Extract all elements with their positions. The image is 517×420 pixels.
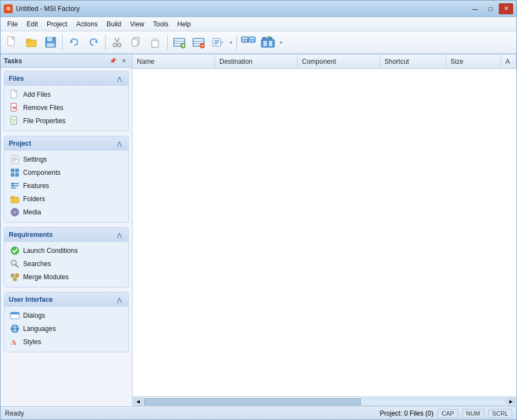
app-icon: ⚙	[4, 4, 13, 13]
svg-line-73	[16, 265, 19, 268]
section-ui-collapse[interactable]: ⋀	[115, 295, 124, 304]
scroll-thumb[interactable]	[144, 399, 361, 405]
svg-rect-5	[47, 37, 52, 41]
scroll-left-button[interactable]: ◀	[134, 398, 142, 406]
remove-row-button[interactable]	[189, 33, 208, 52]
column-shortcut: Shortcut	[380, 54, 446, 68]
window-controls: — □ ✕	[468, 3, 513, 14]
languages-label: Languages	[23, 325, 56, 333]
install-view-button[interactable]	[239, 33, 258, 52]
add-row-button[interactable]	[170, 33, 189, 52]
sidebar-item-settings[interactable]: Settings	[7, 153, 126, 166]
open-button[interactable]	[22, 33, 41, 52]
edit-button[interactable]	[208, 33, 227, 52]
menu-actions[interactable]: Actions	[72, 19, 102, 30]
sidebar-item-launch-conditions[interactable]: Launch Conditions	[7, 244, 126, 257]
features-icon	[10, 181, 20, 191]
section-files-header[interactable]: Files ⋀	[4, 71, 128, 86]
tasks-scroll[interactable]: Files ⋀ Add Files	[1, 68, 132, 406]
section-project-collapse[interactable]: ⋀	[115, 139, 124, 148]
merge-modules-icon	[10, 272, 20, 282]
new-button[interactable]	[3, 33, 21, 52]
menu-bar: File Edit Project Actions Build View Too…	[1, 17, 516, 31]
sidebar-item-merge-modules[interactable]: Merge Modules	[7, 270, 126, 284]
tasks-close-button[interactable]: ✕	[119, 57, 129, 65]
menu-build[interactable]: Build	[102, 19, 126, 30]
menu-file[interactable]: File	[3, 19, 22, 30]
sidebar-item-features[interactable]: Features	[7, 179, 126, 192]
section-files: Files ⋀ Add Files	[4, 71, 129, 131]
sidebar-item-languages[interactable]: Languages	[7, 322, 126, 335]
menu-edit[interactable]: Edit	[22, 19, 42, 30]
main-area: Tasks 📌 ✕ Files ⋀	[1, 54, 516, 406]
section-requirements-items: Launch Conditions Searches	[4, 242, 128, 287]
dialogs-label: Dialogs	[23, 312, 45, 319]
tasks-pin-button[interactable]: 📌	[108, 57, 118, 65]
section-requirements: Requirements ⋀ Launch Conditions	[4, 227, 129, 288]
sidebar-item-file-properties[interactable]: File Properties	[7, 114, 126, 128]
svg-rect-32	[242, 40, 244, 42]
redo-button[interactable]	[84, 33, 103, 52]
close-button[interactable]: ✕	[499, 3, 513, 14]
copy-button[interactable]	[127, 33, 146, 52]
section-project-header[interactable]: Project ⋀	[4, 136, 128, 151]
grid-body[interactable]	[133, 69, 516, 396]
section-files-collapse[interactable]: ⋀	[115, 74, 124, 83]
svg-rect-57	[11, 169, 14, 172]
features-label: Features	[23, 182, 49, 190]
svg-marker-7	[70, 40, 73, 43]
svg-rect-41	[263, 41, 267, 46]
scroll-track[interactable]	[144, 398, 505, 406]
sidebar-item-components[interactable]: Components	[7, 166, 126, 179]
sidebar-item-dialogs[interactable]: Dialogs	[7, 309, 126, 322]
svg-rect-42	[269, 41, 272, 46]
content-grid: Name Destination Component Shortcut Size	[133, 54, 516, 396]
section-requirements-header[interactable]: Requirements ⋀	[4, 228, 128, 242]
horizontal-scrollbar[interactable]: ◀ ▶	[133, 396, 516, 406]
scroll-right-button[interactable]: ▶	[507, 398, 515, 406]
minimize-button[interactable]: —	[468, 3, 482, 14]
tasks-header: Tasks 📌 ✕	[1, 54, 132, 68]
scrl-badge: SCRL	[488, 409, 512, 418]
remove-files-label: Remove Files	[23, 104, 63, 112]
menu-help[interactable]: Help	[173, 19, 195, 30]
svg-point-74	[13, 262, 15, 264]
sidebar-item-remove-files[interactable]: Remove Files	[7, 101, 126, 114]
build-button[interactable]	[258, 33, 277, 52]
toolbar-dropdown-1[interactable]: ▾	[228, 33, 234, 52]
toolbar-dropdown-2[interactable]: ▾	[278, 33, 284, 52]
sidebar-item-add-files[interactable]: Add Files	[7, 88, 126, 101]
searches-icon	[10, 259, 20, 269]
maximize-button[interactable]: □	[483, 3, 498, 14]
folders-icon	[10, 194, 20, 204]
searches-label: Searches	[23, 260, 51, 268]
section-project: Project ⋀	[4, 136, 129, 223]
add-files-icon	[10, 90, 20, 100]
title-bar: ⚙ Untitled - MSI Factory — □ ✕	[1, 1, 516, 17]
column-extra: A	[501, 54, 516, 68]
section-user-interface-header[interactable]: User Interface ⋀	[4, 292, 128, 307]
status-bar: Ready Project: 0 Files (0) CAP NUM SCRL	[1, 406, 516, 419]
menu-tools[interactable]: Tools	[148, 19, 173, 30]
cut-button[interactable]	[108, 33, 127, 52]
tasks-title: Tasks	[4, 57, 22, 65]
section-project-items: Settings Components	[4, 151, 128, 222]
section-requirements-collapse[interactable]: ⋀	[115, 230, 124, 239]
svg-point-10	[118, 43, 121, 47]
svg-rect-35	[249, 37, 255, 39]
section-files-items: Add Files Remove Files	[4, 86, 128, 131]
save-button[interactable]	[41, 33, 60, 52]
settings-icon	[10, 154, 20, 164]
menu-view[interactable]: View	[125, 19, 148, 30]
svg-rect-39	[262, 37, 267, 41]
undo-button[interactable]	[65, 33, 84, 52]
paste-button[interactable]	[146, 33, 165, 52]
svg-rect-12	[132, 39, 138, 46]
languages-icon	[10, 324, 20, 334]
main-window: ⚙ Untitled - MSI Factory — □ ✕ File Edit…	[0, 0, 517, 420]
menu-project[interactable]: Project	[42, 19, 72, 30]
sidebar-item-styles[interactable]: A Styles	[7, 335, 126, 349]
sidebar-item-folders[interactable]: Folders	[7, 192, 126, 206]
sidebar-item-media[interactable]: Media	[7, 206, 126, 219]
sidebar-item-searches[interactable]: Searches	[7, 257, 126, 270]
